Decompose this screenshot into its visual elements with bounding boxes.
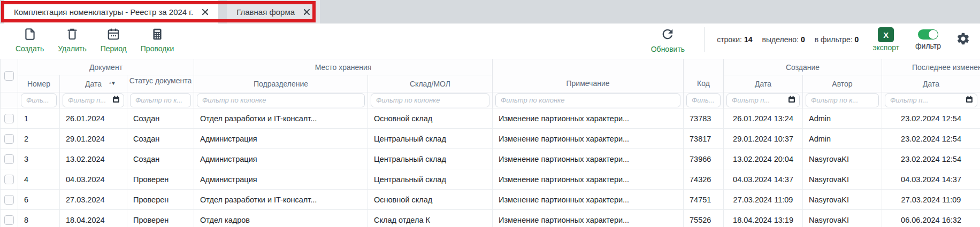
cell-code: 73817 <box>684 129 724 149</box>
column-header-date[interactable]: Дата▴▼ <box>60 75 127 92</box>
table-row[interactable]: 1 26.01.2024 Создан Отдел разработки и I… <box>1 108 980 129</box>
table-row[interactable]: 2 29.01.2024 Создан Администрация Центра… <box>1 129 980 149</box>
filter-number-input[interactable] <box>25 96 52 105</box>
toggle-switch-icon[interactable] <box>918 29 938 40</box>
filter-department[interactable] <box>197 93 365 107</box>
column-header-created-date[interactable]: Дата <box>724 75 803 92</box>
calendar-small-icon[interactable] <box>966 96 973 105</box>
row-checkbox[interactable] <box>4 175 14 184</box>
cell-changed-date: 04.03.2024 14:37 <box>882 169 980 190</box>
cell-changed-date: 23.02.2024 12:54 <box>882 108 980 129</box>
cell-changed-date: 23.02.2024 12:54 <box>882 129 980 149</box>
calendar-small-icon[interactable] <box>112 96 120 105</box>
filter-code[interactable] <box>686 93 721 107</box>
excel-icon: X <box>878 27 894 42</box>
cell-code: 73966 <box>684 149 724 169</box>
table-row[interactable]: 6 27.03.2024 Проверен Отдел разработки и… <box>1 190 980 210</box>
cell-department: Отдел разработки и IT-консалт... <box>194 108 368 129</box>
cell-status: Создан <box>127 129 194 149</box>
filter-author-input[interactable] <box>810 96 875 105</box>
toolbar-divider <box>705 27 705 52</box>
cell-status: Создан <box>127 108 194 129</box>
filter-department-input[interactable] <box>201 96 361 105</box>
postings-button[interactable]: Проводки <box>134 27 181 52</box>
cell-note: Изменение партионных характери... <box>493 169 684 190</box>
cell-author: NasyrovaKI <box>803 210 882 227</box>
tab-main-form[interactable]: Главная форма <box>227 0 320 24</box>
cell-number: 8 <box>18 210 60 227</box>
row-checkbox[interactable] <box>4 134 14 144</box>
filter-date[interactable] <box>63 93 124 107</box>
table-row[interactable]: 8 18.04.2024 Проверен Отдел кадров Склад… <box>1 210 980 227</box>
cell-department: Отдел разработки и IT-консалт... <box>194 190 368 210</box>
row-checkbox[interactable] <box>4 154 14 164</box>
filter-note-input[interactable] <box>500 96 676 105</box>
filter-status[interactable] <box>130 93 191 107</box>
row-checkbox[interactable] <box>4 114 14 123</box>
filter-changed-date-input[interactable] <box>889 96 963 105</box>
filter-date-input[interactable] <box>67 96 110 105</box>
filter-changed-date[interactable] <box>885 93 977 107</box>
cell-status: Проверен <box>127 190 194 210</box>
delete-button[interactable]: Удалить <box>51 27 93 52</box>
cell-status: Создан <box>127 149 194 169</box>
tab-registry-label: Комплектация номенклатуры - Реестр за 20… <box>14 7 193 17</box>
refresh-button[interactable]: Обновить <box>644 27 692 53</box>
filter-toggle-label: фильтр <box>915 42 941 50</box>
row-checkbox[interactable] <box>4 195 14 205</box>
create-button[interactable]: Создать <box>9 27 51 52</box>
column-header-note[interactable]: Примечание <box>493 59 684 92</box>
filter-note[interactable] <box>495 93 680 107</box>
cell-note: Изменение партионных характери... <box>493 190 684 210</box>
select-all-checkbox[interactable] <box>4 71 14 81</box>
settings-button[interactable] <box>956 32 970 48</box>
filter-warehouse-input[interactable] <box>375 96 485 105</box>
cell-created-date: 29.01.2024 10:37 <box>724 129 803 149</box>
cell-number: 4 <box>18 169 60 190</box>
cell-code: 75526 <box>684 210 724 227</box>
cell-department: Администрация <box>194 149 368 169</box>
cell-note: Изменение партионных характери... <box>493 129 684 149</box>
filter-created-date[interactable] <box>726 93 800 107</box>
table-row[interactable]: 4 04.03.2024 Проверен Администрация Цент… <box>1 169 980 190</box>
filter-author[interactable] <box>806 93 879 107</box>
close-icon[interactable] <box>303 9 310 15</box>
close-icon[interactable] <box>202 9 209 15</box>
cell-number: 1 <box>18 108 60 129</box>
postings-button-label: Проводки <box>141 45 174 52</box>
row-checkbox[interactable] <box>4 215 14 225</box>
column-header-number[interactable]: Номер <box>18 75 60 92</box>
trash-icon <box>65 27 79 43</box>
cell-warehouse: Основной склад <box>368 190 493 210</box>
export-button[interactable]: X экспорт <box>872 27 899 52</box>
group-header-row: Документ Место хранения Примечание Код С… <box>1 59 980 75</box>
filter-created-date-input[interactable] <box>731 96 786 105</box>
column-header-changed-date[interactable]: Дата <box>882 75 980 92</box>
column-header-warehouse[interactable]: Склад/МОЛ <box>368 75 493 92</box>
sort-indicator-icon[interactable]: ▴▼ <box>109 80 116 86</box>
column-header-code[interactable]: Код <box>684 59 724 92</box>
filter-warehouse[interactable] <box>371 93 489 107</box>
period-button[interactable]: Период <box>94 27 134 52</box>
table-row[interactable]: 3 13.02.2024 Создан Администрация Центра… <box>1 149 980 169</box>
calendar-small-icon[interactable] <box>788 96 795 105</box>
cell-changed-date: 06.06.2024 16:32 <box>882 210 980 227</box>
filter-toggle[interactable]: фильтр <box>915 29 941 50</box>
refresh-icon <box>660 27 675 44</box>
cell-number: 2 <box>18 129 60 149</box>
tab-bar: Комплектация номенклатуры - Реестр за 20… <box>0 0 980 24</box>
delete-button-label: Удалить <box>58 45 86 52</box>
cell-author: NasyrovaKI <box>803 149 882 169</box>
column-header-status[interactable]: Статус документа <box>127 75 194 92</box>
column-header-department[interactable]: Подразделение <box>194 75 368 92</box>
filter-code-input[interactable] <box>691 96 716 105</box>
column-header-author[interactable]: Автор <box>803 75 882 92</box>
filter-number[interactable] <box>21 93 57 107</box>
cell-created-date: 27.03.2024 11:09 <box>724 190 803 210</box>
cell-date: 26.01.2024 <box>60 108 127 129</box>
column-header-row: Номер Дата▴▼ Статус документа Подразделе… <box>1 75 980 92</box>
tab-registry[interactable]: Комплектация номенклатуры - Реестр за 20… <box>4 0 218 24</box>
cell-author: Admin <box>803 108 882 129</box>
cell-created-date: 18.04.2024 13:19 <box>724 210 803 227</box>
filter-status-input[interactable] <box>134 96 187 105</box>
